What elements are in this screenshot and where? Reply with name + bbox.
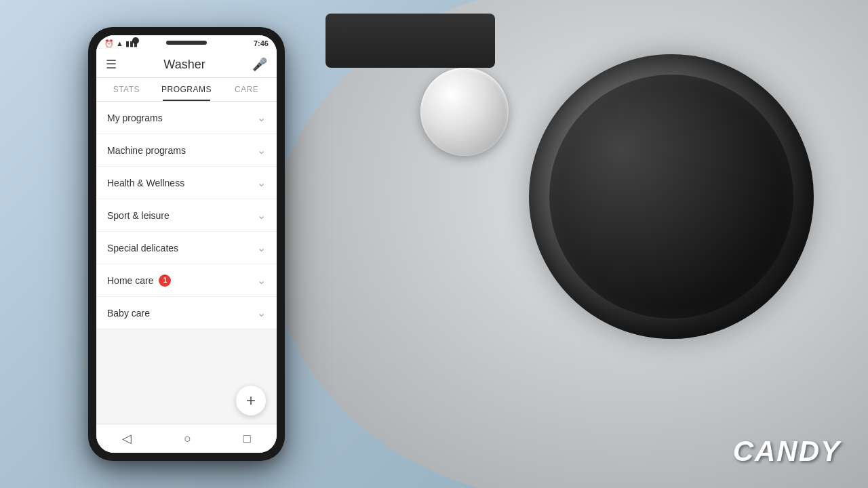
machine-panel bbox=[326, 14, 495, 68]
nav-bar: ◁ ○ □ bbox=[96, 424, 277, 453]
phone: ⏰ ▲ ▮▮▮ 7:46 ☰ Washer 🎤 STATS PROGRAMS C… bbox=[88, 27, 285, 461]
chevron-icon: ⌄ bbox=[257, 111, 266, 124]
chevron-icon: ⌄ bbox=[257, 306, 266, 319]
chevron-icon: ⌄ bbox=[257, 176, 266, 189]
phone-camera bbox=[132, 37, 139, 44]
list-item-baby-care[interactable]: Baby care ⌄ bbox=[96, 297, 277, 329]
chevron-icon: ⌄ bbox=[257, 209, 266, 222]
tab-programs[interactable]: PROGRAMS bbox=[157, 78, 217, 101]
time-display: 7:46 bbox=[254, 39, 269, 47]
menu-icon[interactable]: ☰ bbox=[106, 57, 117, 72]
home-care-badge: 1 bbox=[159, 274, 171, 287]
chevron-icon: ⌄ bbox=[257, 144, 266, 157]
add-program-button[interactable]: + bbox=[236, 386, 266, 415]
mic-icon[interactable]: 🎤 bbox=[252, 57, 267, 72]
fab-area: + bbox=[96, 378, 277, 424]
special-delicates-label: Special delicates bbox=[107, 243, 178, 253]
phone-screen: ⏰ ▲ ▮▮▮ 7:46 ☰ Washer 🎤 STATS PROGRAMS C… bbox=[96, 35, 277, 453]
alarm-icon: ⏰ bbox=[104, 39, 114, 48]
wifi-icon: ▲ bbox=[116, 39, 123, 47]
phone-speaker bbox=[166, 41, 207, 45]
baby-care-label: Baby care bbox=[107, 308, 150, 319]
my-programs-label: My programs bbox=[107, 113, 163, 123]
machine-door-inner bbox=[549, 75, 793, 319]
health-wellness-label: Health & Wellness bbox=[107, 178, 184, 188]
machine-knob bbox=[420, 68, 509, 156]
recent-button[interactable]: □ bbox=[243, 432, 251, 446]
machine-door bbox=[529, 54, 814, 339]
chevron-icon: ⌄ bbox=[257, 241, 266, 254]
home-button[interactable]: ○ bbox=[184, 432, 191, 446]
top-bar: ☰ Washer 🎤 bbox=[96, 52, 277, 78]
list-item-home-care[interactable]: Home care 1 ⌄ bbox=[96, 264, 277, 297]
status-time: 7:46 bbox=[254, 39, 269, 47]
list-item-health-wellness[interactable]: Health & Wellness ⌄ bbox=[96, 167, 277, 199]
sport-leisure-label: Sport & leisure bbox=[107, 210, 170, 221]
list-item-machine-programs[interactable]: Machine programs ⌄ bbox=[96, 134, 277, 167]
tabs-bar: STATS PROGRAMS CARE bbox=[96, 78, 277, 102]
candy-logo: CANDY bbox=[733, 435, 841, 468]
list-item-special-delicates[interactable]: Special delicates ⌄ bbox=[96, 232, 277, 264]
machine-programs-label: Machine programs bbox=[107, 145, 186, 156]
home-care-label: Home care bbox=[107, 275, 153, 286]
back-button[interactable]: ◁ bbox=[122, 431, 132, 446]
chevron-icon: ⌄ bbox=[257, 274, 266, 287]
list-item-sport-leisure[interactable]: Sport & leisure ⌄ bbox=[96, 199, 277, 232]
programs-list: My programs ⌄ Machine programs ⌄ Health … bbox=[96, 102, 277, 378]
app-title: Washer bbox=[163, 58, 205, 72]
list-item-my-programs[interactable]: My programs ⌄ bbox=[96, 102, 277, 134]
tab-stats[interactable]: STATS bbox=[96, 78, 157, 101]
tab-care[interactable]: CARE bbox=[216, 78, 277, 101]
